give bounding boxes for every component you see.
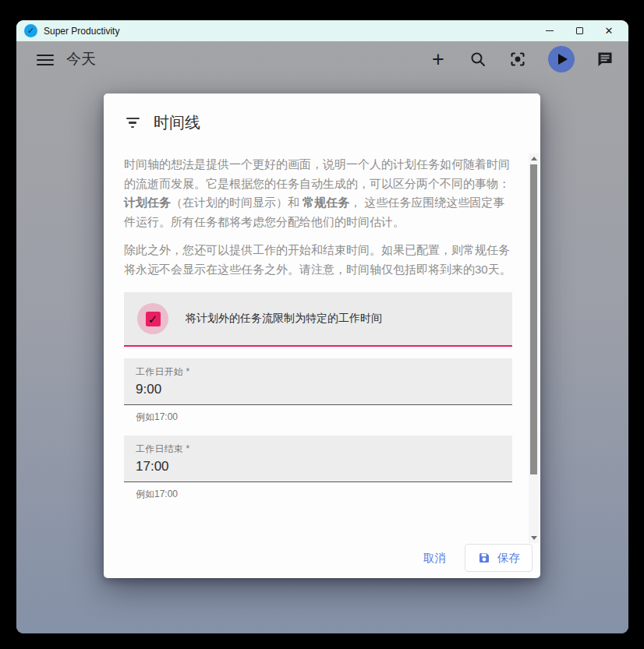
workday-end-value[interactable]: 17:00 [136, 459, 512, 474]
scrollbar-up-arrow[interactable] [529, 153, 539, 164]
save-button[interactable]: 保存 [465, 544, 533, 572]
app-window: ✓ Super Productivity ✕ 今天 + [16, 20, 628, 633]
save-button-label: 保存 [497, 551, 520, 566]
term-regular-tasks: 常规任务 [303, 196, 349, 209]
app-logo-icon: ✓ [24, 24, 37, 37]
minimize-button[interactable] [535, 21, 564, 41]
workday-start-hint: 例如17:00 [136, 411, 512, 424]
description-paragraph-2: 除此之外，您还可以提供工作的开始和结束时间。如果已配置，则常规任务将永远不会显示… [124, 241, 512, 279]
notes-button[interactable] [596, 50, 614, 69]
search-icon [469, 51, 487, 68]
timeline-settings-dialog: 时间线 时间轴的想法是提供一个更好的画面，说明一个人的计划任务如何随着时间的流逝… [104, 93, 540, 578]
term-scheduled-tasks: 计划任务 [124, 196, 171, 209]
scroll-up-icon [531, 157, 537, 160]
dialog-body: 时间轴的想法是提供一个更好的画面，说明一个人的计划任务如何随着时间的流逝而发展。… [104, 133, 540, 501]
filter-icon [125, 118, 140, 129]
save-icon [477, 551, 491, 565]
dialog-title: 时间线 [154, 112, 200, 133]
main-toolbar: 今天 + [16, 41, 628, 77]
maximize-icon [576, 27, 583, 34]
dialog-scrollbar[interactable] [529, 153, 539, 543]
checkbox-ripple: ✓ [137, 303, 168, 334]
workday-end-hint: 例如17:00 [136, 488, 512, 501]
focus-mode-button[interactable] [508, 50, 527, 69]
add-task-button[interactable]: + [429, 50, 448, 69]
search-button[interactable] [469, 50, 487, 69]
maximize-button[interactable] [564, 21, 594, 41]
cancel-button[interactable]: 取消 [411, 544, 458, 572]
scrollbar-down-arrow[interactable] [529, 533, 539, 543]
minimize-icon [546, 30, 554, 31]
workday-start-label: 工作日开始 * [136, 365, 512, 379]
focus-scan-icon [509, 51, 526, 68]
titlebar: ✓ Super Productivity ✕ [16, 20, 628, 41]
chat-notes-icon [596, 50, 614, 69]
description-paragraph-1: 时间轴的想法是提供一个更好的画面，说明一个人的计划任务如何随着时间的流逝而发展。… [124, 155, 512, 231]
checkbox-label[interactable]: 将计划外的任务流限制为特定的工作时间 [186, 312, 382, 326]
dialog-actions: 取消 保存 [411, 544, 533, 572]
plus-icon: + [432, 51, 444, 67]
checkmark-icon: ✓ [148, 313, 158, 325]
checkbox-checked[interactable]: ✓ [146, 312, 161, 326]
dialog-header: 时间线 [104, 93, 540, 133]
scrollbar-thumb[interactable] [530, 164, 537, 474]
window-title: Super Productivity [44, 26, 119, 37]
play-button[interactable] [548, 46, 575, 72]
workday-end-input[interactable]: 工作日结束 * 17:00 [124, 436, 512, 482]
close-button[interactable]: ✕ [594, 21, 624, 41]
close-icon: ✕ [605, 25, 614, 37]
hamburger-menu-icon[interactable] [37, 55, 54, 66]
play-icon [558, 54, 568, 65]
workday-start-value[interactable]: 9:00 [136, 382, 512, 397]
scroll-down-icon [531, 536, 537, 540]
toolbar-actions: + [429, 46, 614, 72]
workday-start-input[interactable]: 工作日开始 * 9:00 [124, 358, 512, 405]
workday-end-label: 工作日结束 * [136, 443, 512, 456]
work-hours-checkbox-row[interactable]: ✓ 将计划外的任务流限制为特定的工作时间 [124, 292, 512, 347]
page-title: 今天 [66, 49, 96, 69]
